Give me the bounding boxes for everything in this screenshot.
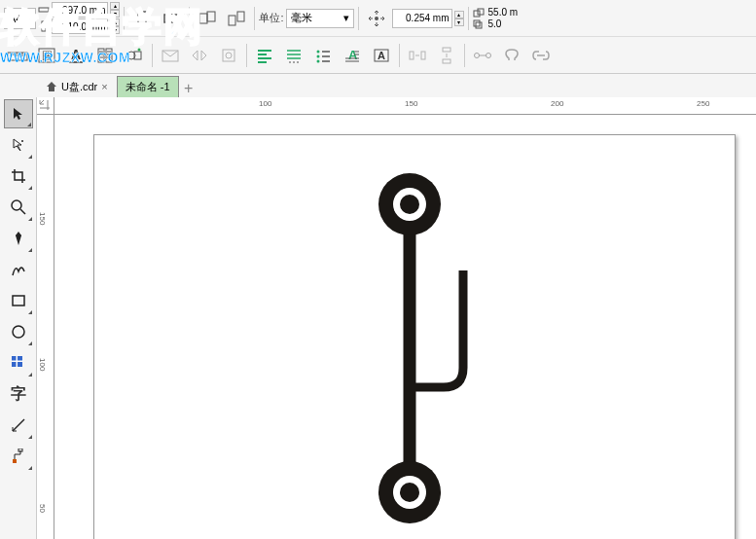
home-icon <box>46 81 57 92</box>
separator <box>152 44 153 67</box>
polygon-tool[interactable] <box>4 348 33 377</box>
svg-text:囲: 囲 <box>42 50 53 61</box>
effects-button[interactable] <box>215 42 242 69</box>
ruler-mark: 200 <box>551 99 563 108</box>
align-left-button[interactable] <box>251 42 278 69</box>
unit-label: 单位: <box>259 11 283 25</box>
page-size-select[interactable]: A4 ▾ <box>4 8 36 29</box>
property-bar: A4 ▾ ▴▾ ▴▾ 单位: 毫米 ▾ ▴▾ 55.0 m 5. <box>0 0 756 37</box>
dup-x-value: 55.0 m <box>488 7 519 18</box>
workspace: 100 150 200 250 150 100 50 <box>37 97 756 539</box>
envelope-button[interactable] <box>157 42 184 69</box>
svg-rect-42 <box>12 356 17 361</box>
ruler-settings-button[interactable] <box>4 42 31 69</box>
svg-rect-10 <box>478 9 484 15</box>
separator <box>124 7 125 30</box>
svg-point-28 <box>317 59 320 62</box>
portrait-button[interactable] <box>128 5 156 32</box>
ruler-mark: 100 <box>38 358 47 371</box>
bullets-button[interactable] <box>309 42 337 69</box>
columns-button[interactable] <box>91 42 119 69</box>
svg-rect-1 <box>42 21 46 31</box>
page-width-input[interactable] <box>52 2 108 18</box>
unit-value: 毫米 <box>291 11 312 25</box>
ruler-mark: 250 <box>697 99 709 108</box>
svg-text:A: A <box>71 47 81 62</box>
unit-select[interactable]: 毫米 ▾ <box>286 9 354 28</box>
document-tabs: U盘.cdr × 未命名 -1 + <box>0 74 756 97</box>
svg-rect-40 <box>13 296 24 305</box>
height-spinner[interactable]: ▴▾ <box>110 18 120 34</box>
svg-point-8 <box>375 17 378 20</box>
svg-rect-7 <box>237 12 244 21</box>
symbol-button[interactable] <box>498 42 525 69</box>
all-pages-button[interactable] <box>194 5 221 32</box>
svg-point-51 <box>400 195 419 214</box>
svg-point-27 <box>317 54 320 57</box>
svg-rect-24 <box>223 50 234 61</box>
ruler-origin[interactable] <box>37 97 54 115</box>
text-frame-button[interactable]: 囲 <box>33 42 60 69</box>
dropcap-button[interactable]: A <box>339 42 366 69</box>
svg-rect-44 <box>12 362 17 367</box>
svg-rect-2 <box>138 12 146 25</box>
svg-point-39 <box>12 200 21 210</box>
canvas[interactable] <box>54 115 756 539</box>
vertical-ruler[interactable]: 150 100 50 <box>37 115 54 539</box>
svg-point-26 <box>317 50 320 53</box>
svg-point-37 <box>486 53 491 57</box>
tab-label: 未命名 -1 <box>126 80 170 94</box>
new-tab-button[interactable]: + <box>179 80 198 97</box>
tab-document-1[interactable]: U盘.cdr × <box>37 76 117 97</box>
artistic-media-tool[interactable] <box>4 255 33 284</box>
height-icon <box>38 20 50 32</box>
svg-point-36 <box>475 53 480 57</box>
hyperlink-button[interactable] <box>527 42 555 69</box>
ruler-mark: 50 <box>38 504 47 513</box>
nudge-input[interactable] <box>392 9 452 28</box>
distribute-h-button[interactable] <box>404 42 431 69</box>
connector-button[interactable] <box>469 42 496 69</box>
text-underline-button[interactable]: A <box>62 42 90 69</box>
svg-point-25 <box>226 53 232 58</box>
close-icon[interactable]: × <box>101 81 107 92</box>
svg-rect-5 <box>207 12 215 21</box>
pick-tool[interactable] <box>4 99 33 128</box>
current-page-button[interactable] <box>223 5 250 32</box>
freehand-tool[interactable] <box>4 224 33 253</box>
secondary-toolbar: 囲 A A A <box>0 37 756 74</box>
landscape-button[interactable] <box>158 5 185 32</box>
separator <box>358 7 359 30</box>
text-box-button[interactable]: A <box>368 42 395 69</box>
text-tool[interactable]: 字 <box>4 379 33 409</box>
rectangle-tool[interactable] <box>4 286 33 315</box>
tab-document-2[interactable]: 未命名 -1 <box>117 76 179 97</box>
nudge-spinner[interactable]: ▴▾ <box>454 11 464 26</box>
svg-text:A: A <box>378 50 385 61</box>
crop-tool[interactable] <box>4 162 33 191</box>
dimension-tool[interactable] <box>4 411 33 440</box>
drawing-object[interactable] <box>346 163 502 533</box>
tab-settings-button[interactable] <box>280 42 307 69</box>
connector-tool[interactable] <box>4 442 33 471</box>
svg-rect-45 <box>18 362 22 367</box>
distribute-v-button[interactable] <box>433 42 460 69</box>
svg-rect-33 <box>421 52 425 59</box>
width-spinner[interactable]: ▴▾ <box>110 2 120 18</box>
separator <box>468 7 469 30</box>
break-apart-button[interactable] <box>186 42 213 69</box>
ellipse-tool[interactable] <box>4 317 33 346</box>
svg-rect-6 <box>229 16 235 25</box>
svg-rect-12 <box>476 22 482 28</box>
svg-rect-43 <box>18 356 22 361</box>
dup-y-value: 5.0 <box>488 18 502 29</box>
separator <box>464 44 465 67</box>
svg-rect-19 <box>106 49 112 62</box>
svg-rect-9 <box>474 11 480 17</box>
page-height-input[interactable] <box>52 18 108 34</box>
svg-rect-0 <box>39 8 49 12</box>
shape-tool[interactable] <box>4 130 33 160</box>
shape-tool-button[interactable] <box>121 42 148 69</box>
horizontal-ruler[interactable]: 100 150 200 250 <box>54 97 756 115</box>
zoom-tool[interactable] <box>4 193 33 222</box>
